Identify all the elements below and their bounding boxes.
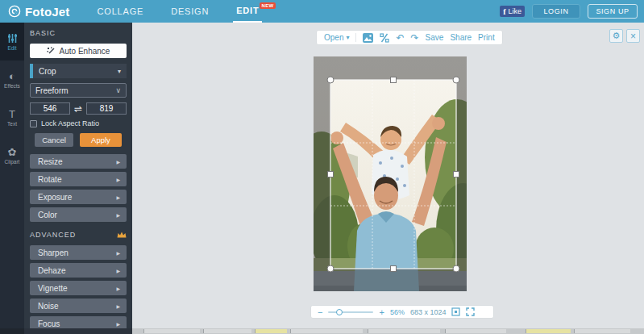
chevron-right-icon: ▶: [116, 268, 120, 273]
facebook-like-button[interactable]: f Like: [500, 6, 525, 17]
crop-handle-top-right[interactable]: [453, 77, 459, 83]
open-button[interactable]: Open ▾: [324, 33, 349, 42]
advanced-section-label: ADVANCED: [30, 231, 127, 239]
crop-handle-bottom-left[interactable]: [327, 265, 334, 272]
canvas-toolbar: Open ▾: [316, 30, 503, 45]
crop-tool-header[interactable]: Crop ▾: [30, 64, 127, 78]
chevron-down-icon: ∨: [115, 86, 121, 94]
chevron-right-icon: ▶: [116, 303, 120, 309]
swap-dimensions-icon[interactable]: ⇌: [74, 104, 82, 114]
photo-editor-stage: [314, 56, 467, 291]
redo-button[interactable]: ↷: [411, 33, 419, 43]
add-photo-button[interactable]: [363, 33, 373, 43]
tool-dehaze[interactable]: Dehaze ▶: [30, 263, 127, 278]
nav-edit[interactable]: EDIT NEW: [233, 0, 262, 23]
top-navigation: COLLAGE DESIGN EDIT NEW: [94, 0, 284, 23]
fotojet-logo[interactable]: FotoJet: [8, 5, 70, 19]
crop-dimensions-row: ⇌: [30, 102, 127, 115]
chevron-right-icon: ▶: [116, 321, 120, 327]
main-area: Edit ◐ Effects T Text ✿ Clipart BASIC: [0, 23, 644, 328]
fotojet-logo-icon: [8, 5, 21, 18]
chevron-right-icon: ▶: [116, 250, 120, 256]
crop-height-input[interactable]: [86, 102, 127, 115]
effects-icon: ◐: [9, 71, 15, 81]
fullscreen-icon: [466, 307, 475, 316]
chevron-right-icon: ▶: [116, 286, 120, 291]
save-button[interactable]: Save: [426, 33, 444, 42]
tool-sharpen[interactable]: Sharpen ▶: [30, 245, 127, 260]
auto-enhance-button[interactable]: Auto Enhance: [30, 44, 127, 58]
crop-width-input[interactable]: [30, 102, 70, 115]
tool-exposure[interactable]: Exposure ▶: [30, 190, 127, 204]
zoom-in-button[interactable]: +: [379, 308, 384, 316]
cancel-button[interactable]: Cancel: [35, 133, 73, 147]
image-dimensions: 683 x 1024: [410, 308, 447, 316]
clipart-icon: ✿: [8, 147, 17, 157]
rail-item-effects[interactable]: ◐ Effects: [0, 61, 24, 98]
close-icon: ×: [630, 31, 636, 42]
topbar: FotoJet COLLAGE DESIGN EDIT NEW f Like L…: [0, 0, 644, 23]
fullscreen-button[interactable]: [466, 307, 475, 316]
nav-collage[interactable]: COLLAGE: [94, 0, 147, 23]
chevron-right-icon: ▶: [116, 194, 120, 200]
text-icon: T: [9, 109, 15, 119]
new-badge: NEW: [260, 2, 276, 9]
crop-handle-left[interactable]: [328, 172, 334, 177]
zoom-slider[interactable]: [328, 311, 373, 313]
zoom-level: 56%: [390, 308, 405, 316]
topbar-right: f Like LOGIN SIGN UP: [500, 4, 638, 19]
crop-handle-top[interactable]: [391, 77, 397, 83]
photo-icon: [363, 33, 373, 43]
photo-image[interactable]: [314, 56, 467, 291]
brand-name: FotoJet: [25, 5, 70, 19]
share-button[interactable]: Share: [450, 33, 472, 42]
adjust-icon: [380, 33, 389, 43]
chevron-right-icon: ▶: [116, 212, 120, 218]
crop-handle-bottom[interactable]: [391, 266, 397, 272]
edit-panel: BASIC Auto Enhance Crop ▾ Freeform ∨ ⇌: [24, 23, 132, 328]
crop-handle-bottom-right[interactable]: [453, 265, 459, 272]
tool-noise[interactable]: Noise ▶: [30, 299, 127, 313]
zoom-out-button[interactable]: −: [318, 308, 322, 316]
crop-preset-select[interactable]: Freeform ∨: [30, 83, 127, 98]
crop-handle-top-left[interactable]: [327, 77, 334, 83]
rail-item-edit[interactable]: Edit: [0, 23, 24, 61]
magic-wand-icon: [47, 47, 56, 56]
caret-down-icon: ▾: [118, 68, 121, 75]
basic-section-label: BASIC: [30, 29, 127, 37]
crop-actions: Cancel Apply: [30, 133, 127, 147]
fotojet-app: FotoJet COLLAGE DESIGN EDIT NEW f Like L…: [0, 0, 644, 334]
settings-button[interactable]: ⚙: [609, 29, 623, 43]
lock-aspect-checkbox[interactable]: [30, 120, 37, 127]
tool-resize[interactable]: Resize ▶: [30, 154, 127, 169]
zoom-statusbar: − + 56% 683 x 1024: [310, 305, 494, 319]
zoom-slider-handle[interactable]: [336, 309, 343, 315]
undo-button[interactable]: ↶: [396, 33, 404, 43]
tool-rail: Edit ◐ Effects T Text ✿ Clipart: [0, 23, 24, 328]
login-button[interactable]: LOGIN: [532, 4, 580, 19]
facebook-icon: f: [503, 7, 505, 16]
canvas-area: Open ▾: [132, 23, 644, 328]
apply-button[interactable]: Apply: [80, 133, 122, 147]
tool-vignette[interactable]: Vignette ▶: [30, 281, 127, 295]
sliders-icon: [7, 33, 18, 44]
signup-button[interactable]: SIGN UP: [588, 4, 638, 19]
rail-item-text[interactable]: T Text: [0, 98, 24, 136]
taskbar-sliver: [0, 328, 644, 334]
gear-icon: ⚙: [613, 31, 621, 41]
lock-aspect-row: Lock Aspect Ratio: [30, 119, 127, 127]
caret-down-icon: ▾: [346, 34, 349, 41]
close-button[interactable]: ×: [626, 29, 640, 43]
crop-handle-right[interactable]: [454, 172, 459, 177]
quick-adjust-button[interactable]: [380, 33, 389, 43]
tool-rotate[interactable]: Rotate ▶: [30, 172, 127, 186]
actual-size-button[interactable]: [451, 307, 460, 316]
nav-design[interactable]: DESIGN: [168, 0, 212, 23]
chevron-right-icon: ▶: [116, 159, 120, 165]
actual-size-icon: [451, 307, 460, 316]
print-button[interactable]: Print: [478, 33, 495, 42]
taskbar-darker-segment: [0, 328, 24, 334]
crown-icon: [117, 232, 127, 238]
rail-item-clipart[interactable]: ✿ Clipart: [0, 136, 24, 174]
tool-color[interactable]: Color ▶: [30, 207, 127, 222]
